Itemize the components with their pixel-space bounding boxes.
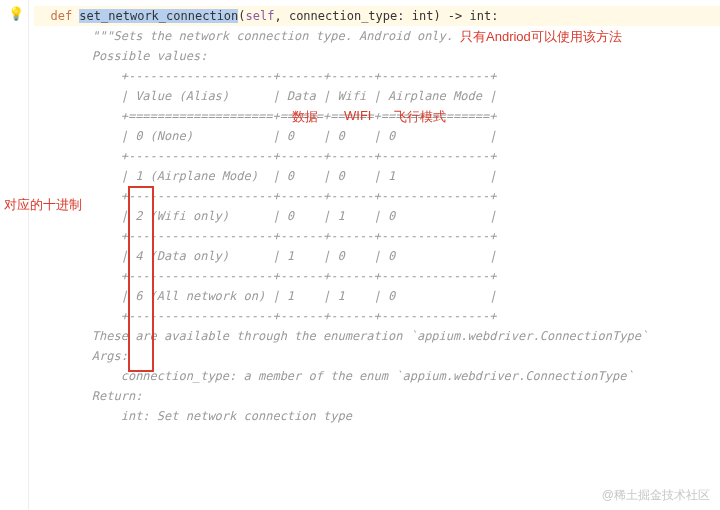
return-line: int: Set network connection type <box>34 406 720 426</box>
table-row: | 6 (All network on) | 1 | 1 | 0 | <box>34 286 720 306</box>
table-row: +--------------------+------+------+----… <box>34 226 720 246</box>
table-row: +--------------------+------+------+----… <box>34 186 720 206</box>
args-header: Args: <box>34 346 720 366</box>
annotation-android-only: 只有Andriod可以使用该方法 <box>460 28 622 46</box>
code-editor[interactable]: def set_network_connection(self, connect… <box>28 0 720 426</box>
table-row: +--------------------+------+------+----… <box>34 66 720 86</box>
table-row: +====================+======+======+====… <box>34 106 720 126</box>
annotation-wifi: WIFI <box>344 108 371 123</box>
table-row: | 0 (None) | 0 | 0 | 0 | <box>34 126 720 146</box>
table-row: +--------------------+------+------+----… <box>34 146 720 166</box>
watermark: @稀土掘金技术社区 <box>602 487 710 504</box>
return-header: Return: <box>34 386 720 406</box>
editor-gutter: 💡 <box>0 0 29 510</box>
docstring-footer: These are available through the enumerat… <box>34 326 720 346</box>
function-name: set_network_connection <box>79 9 238 23</box>
table-row: | 2 (Wifi only) | 0 | 1 | 0 | <box>34 206 720 226</box>
table-row: | Value (Alias) | Data | Wifi | Airplane… <box>34 86 720 106</box>
annotation-decimal: 对应的十进制 <box>4 196 82 214</box>
annotation-data: 数据 <box>292 108 318 126</box>
table-row: | 1 (Airplane Mode) | 0 | 0 | 1 | <box>34 166 720 186</box>
annotation-airplane: 飞行模式 <box>394 108 446 126</box>
def-line: def set_network_connection(self, connect… <box>34 6 720 26</box>
possible-values-header: Possible values: <box>34 46 720 66</box>
param-rest: , connection_type: int) -> int: <box>274 9 498 23</box>
keyword-def: def <box>50 9 79 23</box>
param-self: self <box>246 9 275 23</box>
table-row: +--------------------+------+------+----… <box>34 266 720 286</box>
lightbulb-icon[interactable]: 💡 <box>8 6 24 21</box>
table-row: | 4 (Data only) | 1 | 0 | 0 | <box>34 246 720 266</box>
table-row: +--------------------+------+------+----… <box>34 306 720 326</box>
args-line: connection_type: a member of the enum `a… <box>34 366 720 386</box>
